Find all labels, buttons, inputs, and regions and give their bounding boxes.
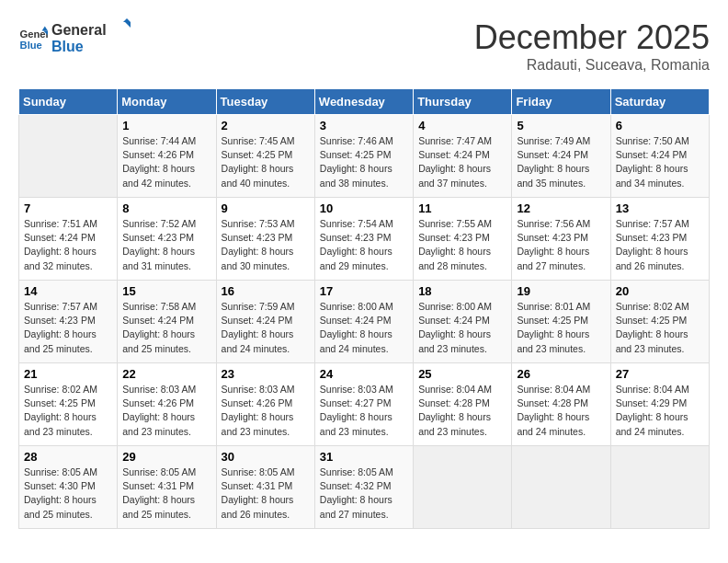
- day-number: 21: [24, 367, 112, 381]
- day-info: Sunrise: 7:54 AMSunset: 4:23 PMDaylight:…: [320, 217, 408, 273]
- calendar-cell: 13Sunrise: 7:57 AMSunset: 4:23 PMDayligh…: [610, 198, 709, 281]
- day-info: Sunrise: 8:05 AMSunset: 4:32 PMDaylight:…: [320, 465, 408, 522]
- day-info: Sunrise: 8:04 AMSunset: 4:28 PMDaylight:…: [517, 383, 605, 439]
- day-number: 19: [517, 284, 605, 298]
- calendar-cell: 28Sunrise: 8:05 AMSunset: 4:30 PMDayligh…: [19, 446, 118, 529]
- day-number: 7: [24, 201, 112, 215]
- day-number: 20: [616, 284, 704, 298]
- calendar-cell: 23Sunrise: 8:03 AMSunset: 4:26 PMDayligh…: [216, 363, 314, 446]
- calendar-cell: 25Sunrise: 8:04 AMSunset: 4:28 PMDayligh…: [414, 363, 512, 446]
- calendar-cell: 27Sunrise: 8:04 AMSunset: 4:29 PMDayligh…: [610, 363, 709, 446]
- day-info: Sunrise: 7:51 AMSunset: 4:24 PMDaylight:…: [24, 217, 112, 273]
- calendar-cell: 5Sunrise: 7:49 AMSunset: 4:24 PMDaylight…: [512, 115, 610, 198]
- day-info: Sunrise: 7:57 AMSunset: 4:23 PMDaylight:…: [616, 217, 704, 273]
- col-friday: Friday: [512, 89, 610, 115]
- day-number: 4: [418, 119, 506, 132]
- calendar-week-row: 21Sunrise: 8:02 AMSunset: 4:25 PMDayligh…: [19, 363, 710, 446]
- day-info: Sunrise: 7:49 AMSunset: 4:24 PMDaylight:…: [517, 134, 605, 190]
- day-number: 26: [517, 367, 605, 381]
- day-info: Sunrise: 8:03 AMSunset: 4:26 PMDaylight:…: [222, 383, 310, 439]
- calendar-cell: 24Sunrise: 8:03 AMSunset: 4:27 PMDayligh…: [314, 363, 413, 446]
- col-tuesday: Tuesday: [216, 89, 314, 115]
- calendar-cell: 14Sunrise: 7:57 AMSunset: 4:23 PMDayligh…: [19, 281, 118, 363]
- svg-text:General: General: [51, 22, 107, 38]
- col-wednesday: Wednesday: [314, 89, 413, 115]
- day-info: Sunrise: 7:45 AMSunset: 4:25 PMDaylight:…: [222, 134, 310, 190]
- day-number: 22: [122, 367, 210, 381]
- title-block: December 2025 Radauti, Suceava, Romania: [474, 18, 710, 74]
- calendar-cell: 9Sunrise: 7:53 AMSunset: 4:23 PMDaylight…: [216, 198, 314, 281]
- day-number: 15: [122, 284, 210, 298]
- calendar-week-row: 7Sunrise: 7:51 AMSunset: 4:24 PMDaylight…: [19, 198, 710, 281]
- calendar-cell: [19, 115, 118, 198]
- day-info: Sunrise: 7:50 AMSunset: 4:24 PMDaylight:…: [616, 134, 704, 190]
- day-number: 18: [418, 284, 506, 298]
- calendar-cell: 6Sunrise: 7:50 AMSunset: 4:24 PMDaylight…: [610, 115, 709, 198]
- day-number: 27: [616, 367, 704, 381]
- day-info: Sunrise: 7:56 AMSunset: 4:23 PMDaylight:…: [517, 217, 605, 273]
- day-number: 29: [122, 450, 210, 464]
- day-number: 1: [122, 119, 210, 132]
- calendar-cell: 26Sunrise: 8:04 AMSunset: 4:28 PMDayligh…: [512, 363, 610, 446]
- day-number: 30: [222, 450, 310, 464]
- day-info: Sunrise: 8:02 AMSunset: 4:25 PMDaylight:…: [24, 383, 112, 439]
- day-info: Sunrise: 8:03 AMSunset: 4:27 PMDaylight:…: [320, 383, 408, 439]
- day-info: Sunrise: 8:04 AMSunset: 4:29 PMDaylight:…: [616, 383, 704, 439]
- day-info: Sunrise: 7:47 AMSunset: 4:24 PMDaylight:…: [418, 134, 506, 190]
- calendar-table: Sunday Monday Tuesday Wednesday Thursday…: [18, 88, 710, 529]
- calendar-cell: 19Sunrise: 8:01 AMSunset: 4:25 PMDayligh…: [512, 281, 610, 363]
- day-number: 12: [517, 201, 605, 215]
- calendar-cell: 4Sunrise: 7:47 AMSunset: 4:24 PMDaylight…: [414, 115, 512, 198]
- calendar-week-row: 28Sunrise: 8:05 AMSunset: 4:30 PMDayligh…: [19, 446, 710, 529]
- calendar-cell: 8Sunrise: 7:52 AMSunset: 4:23 PMDaylight…: [118, 198, 216, 281]
- day-info: Sunrise: 8:05 AMSunset: 4:31 PMDaylight:…: [222, 465, 310, 522]
- day-number: 13: [616, 201, 704, 215]
- day-number: 6: [616, 119, 704, 132]
- day-info: Sunrise: 8:01 AMSunset: 4:25 PMDaylight:…: [517, 300, 605, 356]
- calendar-cell: 15Sunrise: 7:58 AMSunset: 4:24 PMDayligh…: [118, 281, 216, 363]
- calendar-cell: [414, 446, 512, 529]
- logo-icon: General Blue: [18, 25, 48, 54]
- calendar-cell: 3Sunrise: 7:46 AMSunset: 4:25 PMDaylight…: [314, 115, 413, 198]
- day-number: 3: [320, 119, 408, 132]
- day-number: 31: [320, 450, 408, 464]
- calendar-cell: 22Sunrise: 8:03 AMSunset: 4:26 PMDayligh…: [118, 363, 216, 446]
- day-info: Sunrise: 7:55 AMSunset: 4:23 PMDaylight:…: [418, 217, 506, 273]
- day-number: 9: [222, 201, 310, 215]
- calendar-cell: 17Sunrise: 8:00 AMSunset: 4:24 PMDayligh…: [314, 281, 413, 363]
- calendar-cell: 12Sunrise: 7:56 AMSunset: 4:23 PMDayligh…: [512, 198, 610, 281]
- day-number: 14: [24, 284, 112, 298]
- calendar-cell: 20Sunrise: 8:02 AMSunset: 4:25 PMDayligh…: [610, 281, 709, 363]
- svg-text:Blue: Blue: [51, 39, 84, 54]
- day-info: Sunrise: 7:44 AMSunset: 4:26 PMDaylight:…: [122, 134, 210, 190]
- logo-svg: General Blue: [51, 18, 134, 57]
- col-sunday: Sunday: [19, 89, 118, 115]
- day-number: 28: [24, 450, 112, 464]
- day-number: 10: [320, 201, 408, 215]
- svg-marker-5: [123, 18, 131, 22]
- calendar-cell: 21Sunrise: 8:02 AMSunset: 4:25 PMDayligh…: [19, 363, 118, 446]
- day-number: 23: [222, 367, 310, 381]
- calendar-cell: 1Sunrise: 7:44 AMSunset: 4:26 PMDaylight…: [118, 115, 216, 198]
- day-number: 17: [320, 284, 408, 298]
- calendar-header-row: Sunday Monday Tuesday Wednesday Thursday…: [19, 89, 710, 115]
- day-number: 24: [320, 367, 408, 381]
- col-thursday: Thursday: [414, 89, 512, 115]
- calendar-cell: 30Sunrise: 8:05 AMSunset: 4:31 PMDayligh…: [216, 446, 314, 529]
- day-number: 16: [222, 284, 310, 298]
- day-number: 5: [517, 119, 605, 132]
- day-info: Sunrise: 8:00 AMSunset: 4:24 PMDaylight:…: [320, 300, 408, 356]
- logo: General Blue General Blue: [18, 18, 134, 61]
- day-info: Sunrise: 7:52 AMSunset: 4:23 PMDaylight:…: [122, 217, 210, 273]
- day-info: Sunrise: 8:05 AMSunset: 4:30 PMDaylight:…: [24, 465, 112, 522]
- calendar-cell: 29Sunrise: 8:05 AMSunset: 4:31 PMDayligh…: [118, 446, 216, 529]
- calendar-cell: 10Sunrise: 7:54 AMSunset: 4:23 PMDayligh…: [314, 198, 413, 281]
- calendar-cell: 16Sunrise: 7:59 AMSunset: 4:24 PMDayligh…: [216, 281, 314, 363]
- day-number: 11: [418, 201, 506, 215]
- calendar-cell: [610, 446, 709, 529]
- day-info: Sunrise: 7:57 AMSunset: 4:23 PMDaylight:…: [24, 300, 112, 356]
- month-title: December 2025: [474, 18, 710, 57]
- calendar-cell: 2Sunrise: 7:45 AMSunset: 4:25 PMDaylight…: [216, 115, 314, 198]
- day-info: Sunrise: 7:58 AMSunset: 4:24 PMDaylight:…: [122, 300, 210, 356]
- day-number: 8: [122, 201, 210, 215]
